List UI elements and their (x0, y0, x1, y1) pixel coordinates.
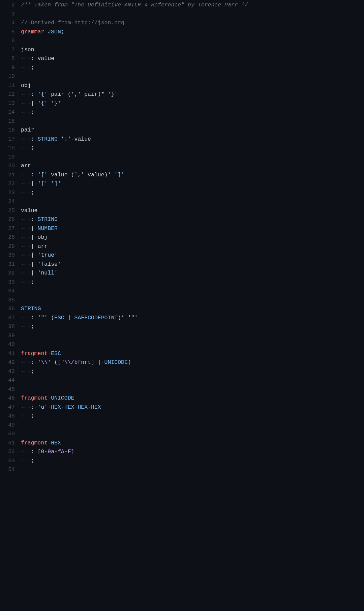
code-line[interactable]: ···; (21, 322, 364, 331)
code-line[interactable]: ···:·[0-9a-fA-F] (21, 447, 364, 457)
code-token: ··· (21, 100, 31, 107)
code-line[interactable]: grammar JSON; (21, 28, 364, 37)
code-token: · (34, 252, 38, 258)
code-editor[interactable]: 2345678910111213141516171819202122232425… (0, 0, 364, 474)
code-line[interactable]: ···|·obj (21, 233, 364, 242)
line-number: 50 (0, 430, 15, 439)
code-line[interactable] (21, 430, 364, 439)
code-token: HEX (64, 404, 74, 410)
code-token: "The Definitive ANTLR 4 Reference" by Te… (71, 2, 248, 8)
code-token: value (21, 207, 38, 214)
code-token: | (31, 270, 34, 276)
code-line[interactable]: ···|·NUMBER (21, 224, 364, 233)
code-line[interactable] (21, 376, 364, 385)
line-number: 22 (0, 179, 15, 188)
code-token: · (74, 404, 78, 410)
code-line[interactable]: ···|·'null' (21, 269, 364, 278)
code-line[interactable] (21, 197, 364, 206)
code-line[interactable]: pair (21, 126, 364, 135)
line-number: 30 (0, 251, 15, 260)
code-token: [0-9a-fA-F] (38, 448, 74, 455)
code-token (111, 172, 114, 178)
code-line[interactable]: fragment·HEX (21, 439, 364, 448)
code-token: json (21, 47, 34, 53)
code-line[interactable]: value (21, 206, 364, 215)
code-token: obj (38, 234, 48, 240)
code-token: ··· (21, 448, 31, 455)
code-line[interactable]: ···:·'u'·HEX·HEX·HEX·HEX (21, 403, 364, 412)
line-number: 37 (0, 314, 15, 323)
code-line[interactable] (21, 287, 364, 296)
code-line[interactable] (21, 340, 364, 349)
code-line[interactable]: ···; (21, 108, 364, 117)
code-line[interactable]: json (21, 46, 364, 55)
code-line[interactable]: ···:·'[' value (',' value)* ']' (21, 171, 364, 180)
line-number: 11 (0, 81, 15, 90)
code-token: SAFECODEPOINT (74, 315, 118, 321)
code-line[interactable] (21, 10, 364, 19)
code-line[interactable]: ···:·STRING (21, 215, 364, 224)
code-line[interactable]: ···|·'{' '}' (21, 99, 364, 108)
code-line[interactable]: arr (21, 162, 364, 171)
code-line[interactable]: ···|·arr (21, 242, 364, 251)
code-line[interactable]: fragment·UNICODE (21, 394, 364, 403)
code-line[interactable]: ···; (21, 412, 364, 421)
code-token: ; (31, 109, 34, 115)
code-line[interactable]: fragment·ESC (21, 349, 364, 358)
code-line[interactable]: ···; (21, 367, 364, 376)
code-line[interactable]: ···:·'\\' (["\\/bfnrt]·|·UNICODE) (21, 358, 364, 367)
code-content[interactable]: /** Taken from "The Definitive ANTLR 4 R… (21, 1, 364, 474)
code-token: · (34, 404, 38, 410)
line-number: 28 (0, 233, 15, 242)
code-token: · (48, 350, 51, 357)
code-token: · (34, 216, 38, 223)
code-token: ; (31, 458, 34, 464)
code-line[interactable]: ···; (21, 63, 364, 72)
code-token: '{' (38, 100, 48, 107)
code-line[interactable] (21, 296, 364, 305)
code-line[interactable]: STRING (21, 304, 364, 314)
code-line[interactable]: ···|·'[' ']' (21, 179, 364, 188)
code-token: from (54, 2, 71, 8)
code-line[interactable]: //·Derived·from·http://json.org (21, 19, 364, 28)
line-number: 48 (0, 412, 15, 421)
code-token: · (34, 136, 38, 142)
code-line[interactable]: ···|·'true' (21, 251, 364, 260)
code-line[interactable]: ···:·'"' (ESC | SAFECODEPOINT)* '"' (21, 314, 364, 323)
code-token: STRING (21, 306, 41, 312)
code-token: | (68, 315, 71, 321)
code-token: · (48, 395, 51, 401)
code-line[interactable]: ···:·value (21, 54, 364, 63)
code-token (44, 29, 48, 35)
code-line[interactable]: ···; (21, 278, 364, 287)
code-token: ) (98, 91, 101, 97)
code-token (71, 315, 74, 321)
code-token: · (54, 20, 58, 26)
code-line[interactable] (21, 385, 364, 394)
code-token: '[' (38, 180, 48, 187)
code-line[interactable]: ···; (21, 457, 364, 466)
line-number: 14 (0, 108, 15, 117)
code-token: ':' (61, 136, 71, 142)
code-token: ··· (21, 458, 31, 464)
code-line[interactable] (21, 465, 364, 474)
code-line[interactable]: ···:·'{' pair (',' pair)* '}' (21, 90, 364, 99)
code-token: · (34, 225, 38, 232)
code-line[interactable] (21, 36, 364, 46)
code-line[interactable]: ···|·'false' (21, 260, 364, 269)
code-line[interactable] (21, 421, 364, 430)
code-line[interactable]: /** Taken from "The Definitive ANTLR 4 R… (21, 1, 364, 10)
code-line[interactable]: ···:·STRING ':'·value (21, 135, 364, 144)
code-line[interactable] (21, 331, 364, 341)
code-line[interactable]: ···; (21, 188, 364, 198)
code-line[interactable] (21, 72, 364, 81)
code-token: UNICODE (51, 395, 74, 401)
code-token: ) (128, 359, 131, 366)
code-token: 'true' (38, 252, 58, 258)
code-line[interactable] (21, 117, 364, 126)
code-line[interactable]: obj (21, 81, 364, 90)
line-number: 54 (0, 465, 15, 474)
line-number: 29 (0, 242, 15, 251)
code-line[interactable] (21, 153, 364, 162)
code-line[interactable]: ···; (21, 144, 364, 153)
